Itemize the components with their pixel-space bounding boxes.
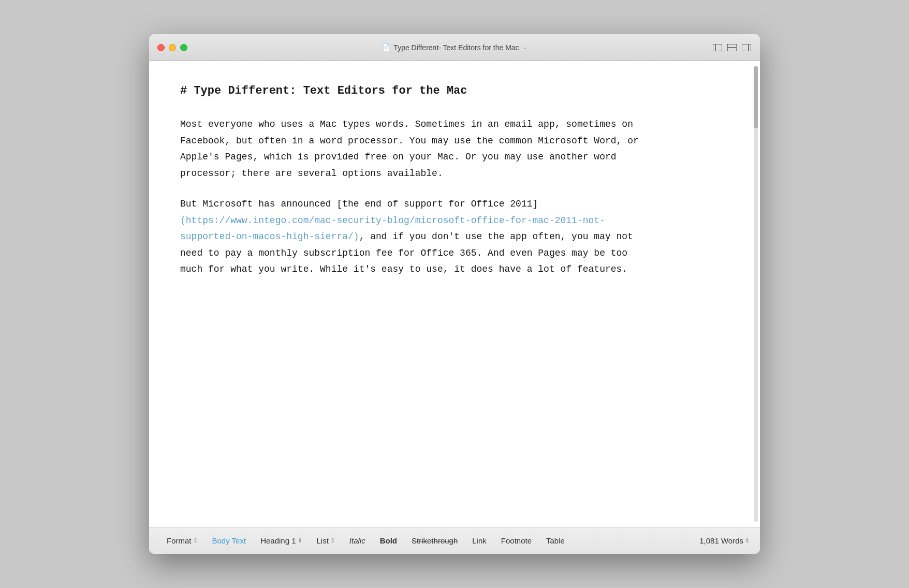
split-view-right-button[interactable] <box>741 42 752 53</box>
heading-label: Heading 1 <box>260 536 296 545</box>
list-label: List <box>317 536 329 545</box>
body-text-label: Body Text <box>212 536 246 545</box>
title-chevron-icon[interactable]: ⌄ <box>522 44 527 51</box>
toolbar: Format ⇕ Body Text Heading 1 ⇕ List ⇕ It… <box>149 527 760 554</box>
strikethrough-label: Strikethrough <box>412 536 458 545</box>
footnote-label: Footnote <box>501 536 532 545</box>
maximize-button[interactable] <box>180 44 187 51</box>
list-chevron-icon: ⇕ <box>330 537 335 544</box>
titlebar: 📄 Type Different- Text Editors for the M… <box>149 34 760 61</box>
sidebar-toggle-button[interactable] <box>712 42 723 53</box>
heading-button[interactable]: Heading 1 ⇕ <box>253 533 309 548</box>
paragraph-2-before-link: But Microsoft has announced [the end of … <box>180 199 538 209</box>
svg-rect-4 <box>742 44 751 51</box>
scrollbar[interactable] <box>754 66 758 522</box>
footnote-button[interactable]: Footnote <box>494 533 539 548</box>
strikethrough-button[interactable]: Strikethrough <box>404 533 465 548</box>
link-label: Link <box>472 536 487 545</box>
italic-button[interactable]: Italic <box>342 533 373 548</box>
heading-chevron-icon: ⇕ <box>298 537 302 544</box>
paragraph-1: Most everyone who uses a Mac types words… <box>180 116 646 182</box>
titlebar-center: 📄 Type Different- Text Editors for the M… <box>382 43 526 52</box>
bold-label: Bold <box>380 536 397 545</box>
document-content: # Type Different: Text Editors for the M… <box>180 82 646 278</box>
format-chevron-icon: ⇕ <box>193 537 198 544</box>
minimize-button[interactable] <box>169 44 176 51</box>
link-button[interactable]: Link <box>465 533 494 548</box>
word-count-chevron-icon: ⇕ <box>745 537 750 544</box>
paragraph-2: But Microsoft has announced [the end of … <box>180 196 646 278</box>
svg-rect-0 <box>713 44 722 51</box>
table-label: Table <box>546 536 565 545</box>
document-icon: 📄 <box>382 43 390 51</box>
app-window: 📄 Type Different- Text Editors for the M… <box>149 34 760 554</box>
titlebar-actions <box>712 42 752 53</box>
format-button[interactable]: Format ⇕ <box>159 533 205 548</box>
traffic-lights <box>157 44 187 51</box>
table-button[interactable]: Table <box>539 533 572 548</box>
word-count-label: 1,081 Words <box>699 536 743 545</box>
word-count-button[interactable]: 1,081 Words ⇕ <box>699 536 750 545</box>
bold-button[interactable]: Bold <box>373 533 404 548</box>
close-button[interactable] <box>157 44 165 51</box>
scrollbar-thumb[interactable] <box>754 66 758 128</box>
italic-label: Italic <box>349 536 365 545</box>
editor-content-area[interactable]: # Type Different: Text Editors for the M… <box>149 61 760 527</box>
list-button[interactable]: List ⇕ <box>310 533 342 548</box>
split-view-left-button[interactable] <box>727 42 737 53</box>
body-text-button[interactable]: Body Text <box>205 533 254 548</box>
window-title: Type Different- Text Editors for the Mac <box>393 43 519 52</box>
document-heading: # Type Different: Text Editors for the M… <box>180 82 646 100</box>
format-label: Format <box>167 536 192 545</box>
